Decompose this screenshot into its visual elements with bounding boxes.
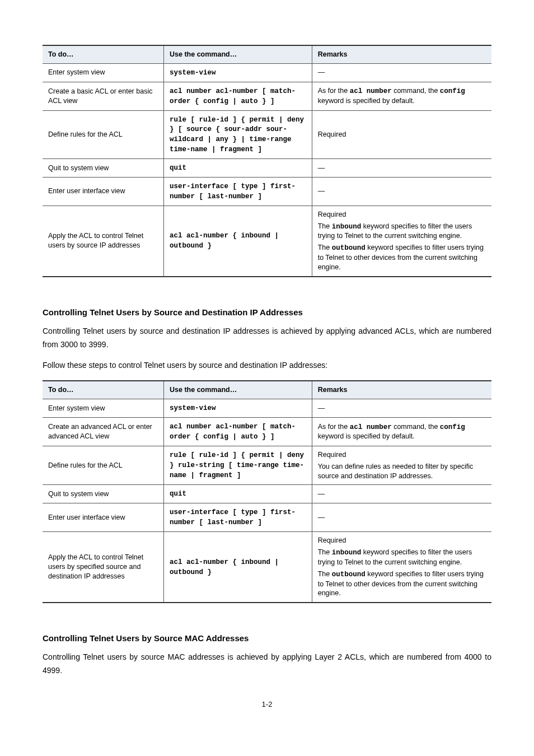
cell-to: Enter user interface view bbox=[43, 503, 164, 532]
cell-to: Quit to system view bbox=[43, 485, 164, 503]
section-title-source-mac: Controlling Telnet Users by Source MAC A… bbox=[43, 633, 491, 643]
desc-bold: outbound bbox=[332, 571, 366, 578]
section-title-src-dst-ip: Controlling Telnet Users by Source and D… bbox=[43, 307, 491, 317]
cell-desc: As for the acl number command, the confi… bbox=[312, 418, 491, 446]
cell-desc: Required The inbound keyword specifies t… bbox=[312, 206, 491, 277]
cell-to: Define rules for the ACL bbox=[43, 110, 164, 159]
cell-cmd: system-view bbox=[164, 399, 312, 418]
desc-line: Required bbox=[318, 536, 486, 545]
cmd-text: acl acl-number { inbound | outbound } bbox=[170, 232, 279, 250]
desc-text: As for the bbox=[318, 87, 350, 95]
cell-to: Apply the ACL to control Telnet users by… bbox=[43, 532, 164, 603]
cell-desc: — bbox=[312, 399, 491, 418]
cell-cmd: acl acl-number { inbound | outbound } bbox=[164, 532, 312, 603]
cell-cmd: acl number acl-number [ match-order { co… bbox=[164, 418, 312, 446]
page-number: 1-2 bbox=[43, 700, 491, 708]
cell-to: Enter user interface view bbox=[43, 177, 164, 206]
cmd-text: system-view bbox=[170, 69, 216, 77]
cell-desc: Required The inbound keyword specifies t… bbox=[312, 532, 491, 603]
table-row: Quit to system view quit — bbox=[43, 485, 491, 503]
table-row: Create an advanced ACL or enter advanced… bbox=[43, 418, 491, 446]
cell-cmd: user-interface [ type ] first-number [ l… bbox=[164, 177, 312, 206]
desc-text: command, the bbox=[392, 423, 440, 431]
desc-line: The inbound keyword specifies to filter … bbox=[318, 222, 486, 241]
th-to: To do… bbox=[43, 45, 164, 63]
cell-to: Create an advanced ACL or enter advanced… bbox=[43, 418, 164, 446]
cmd-text: rule [ rule-id ] { permit | deny } [ sou… bbox=[170, 116, 304, 154]
cell-desc: Required bbox=[312, 110, 491, 159]
desc-bold: inbound bbox=[332, 223, 362, 231]
table-row: Enter system view system-view — bbox=[43, 399, 491, 418]
table-row: Enter user interface view user-interface… bbox=[43, 177, 491, 206]
cmd-text: rule [ rule-id ] { permit | deny } rule-… bbox=[170, 451, 304, 479]
desc-text: The bbox=[318, 548, 332, 556]
desc-line: The outbound keyword specifies to filter… bbox=[318, 243, 486, 272]
th-cmd: Use the command… bbox=[164, 381, 312, 399]
cell-desc: Required You can define rules as needed … bbox=[312, 446, 491, 485]
desc-bold: acl number bbox=[350, 87, 392, 95]
table-acl-src-dst-ip: To do… Use the command… Remarks Enter sy… bbox=[43, 380, 491, 603]
section-para: Controlling Telnet users by source and d… bbox=[43, 325, 491, 352]
desc-line: Required bbox=[318, 210, 486, 220]
cell-desc: As for the acl number command, the confi… bbox=[312, 82, 491, 110]
th-desc: Remarks bbox=[312, 381, 491, 399]
cell-desc: — bbox=[312, 485, 491, 503]
desc-bold: acl number bbox=[350, 423, 392, 431]
cell-to: Enter system view bbox=[43, 399, 164, 418]
table-row: Define rules for the ACL rule [ rule-id … bbox=[43, 446, 491, 485]
desc-bold: outbound bbox=[332, 244, 366, 252]
desc-text: command, the bbox=[392, 87, 440, 95]
cell-cmd: acl acl-number { inbound | outbound } bbox=[164, 206, 312, 277]
page-container: To do… Use the command… Remarks Enter sy… bbox=[0, 0, 534, 731]
cmd-text: quit bbox=[170, 164, 186, 172]
desc-text: As for the bbox=[318, 423, 350, 431]
desc-bold: config bbox=[440, 423, 465, 431]
th-cmd: Use the command… bbox=[164, 45, 312, 63]
section-para: Follow these steps to control Telnet use… bbox=[43, 359, 491, 372]
table-row: Quit to system view quit — bbox=[43, 159, 491, 178]
cmd-text: system-view bbox=[170, 404, 216, 412]
table-acl-source-ip: To do… Use the command… Remarks Enter sy… bbox=[43, 45, 491, 277]
cell-cmd: system-view bbox=[164, 63, 312, 82]
cell-desc: — bbox=[312, 63, 491, 82]
desc-text: The bbox=[318, 244, 332, 251]
table-row: Enter system view system-view — bbox=[43, 63, 491, 82]
cell-to: Apply the ACL to control Telnet users by… bbox=[43, 206, 164, 277]
desc-line: The inbound keyword specifies to filter … bbox=[318, 548, 486, 567]
cmd-text: quit bbox=[170, 490, 186, 498]
desc-line: The outbound keyword specifies to filter… bbox=[318, 570, 486, 599]
cmd-text: acl number acl-number [ match-order { co… bbox=[170, 87, 296, 105]
cmd-text: acl number acl-number [ match-order { co… bbox=[170, 423, 296, 441]
table-row: Define rules for the ACL rule [ rule-id … bbox=[43, 110, 491, 159]
desc-line: You can define rules as needed to filter… bbox=[318, 462, 486, 481]
th-desc: Remarks bbox=[312, 45, 491, 63]
table-row: Create a basic ACL or enter basic ACL vi… bbox=[43, 82, 491, 110]
cell-to: Enter system view bbox=[43, 63, 164, 82]
cmd-text: acl acl-number { inbound | outbound } bbox=[170, 558, 279, 576]
cell-desc: — bbox=[312, 159, 491, 178]
cell-cmd: rule [ rule-id ] { permit | deny } rule-… bbox=[164, 446, 312, 485]
table-row: Enter user interface view user-interface… bbox=[43, 503, 491, 532]
cell-cmd: acl number acl-number [ match-order { co… bbox=[164, 82, 312, 110]
cmd-text: user-interface [ type ] first-number [ l… bbox=[170, 183, 296, 200]
desc-bold: config bbox=[440, 87, 465, 95]
desc-text: keyword is specified by default. bbox=[318, 97, 415, 105]
cell-to: Quit to system view bbox=[43, 159, 164, 178]
section-para: Controlling Telnet users by source MAC a… bbox=[43, 651, 491, 678]
desc-bold: inbound bbox=[332, 549, 362, 557]
cell-cmd: rule [ rule-id ] { permit | deny } [ sou… bbox=[164, 110, 312, 159]
desc-text: The bbox=[318, 222, 332, 230]
cell-cmd: quit bbox=[164, 159, 312, 178]
cell-desc: — bbox=[312, 503, 491, 532]
th-to: To do… bbox=[43, 381, 164, 399]
cell-cmd: quit bbox=[164, 485, 312, 503]
desc-text: keyword is specified by default. bbox=[318, 432, 415, 440]
desc-line: Required bbox=[318, 450, 486, 460]
cell-desc: — bbox=[312, 177, 491, 206]
desc-text: The bbox=[318, 570, 332, 578]
cell-cmd: user-interface [ type ] first-number [ l… bbox=[164, 503, 312, 532]
table-row: Apply the ACL to control Telnet users by… bbox=[43, 206, 491, 277]
cell-to: Create a basic ACL or enter basic ACL vi… bbox=[43, 82, 164, 110]
cell-to: Define rules for the ACL bbox=[43, 446, 164, 485]
cmd-text: user-interface [ type ] first-number [ l… bbox=[170, 508, 296, 526]
